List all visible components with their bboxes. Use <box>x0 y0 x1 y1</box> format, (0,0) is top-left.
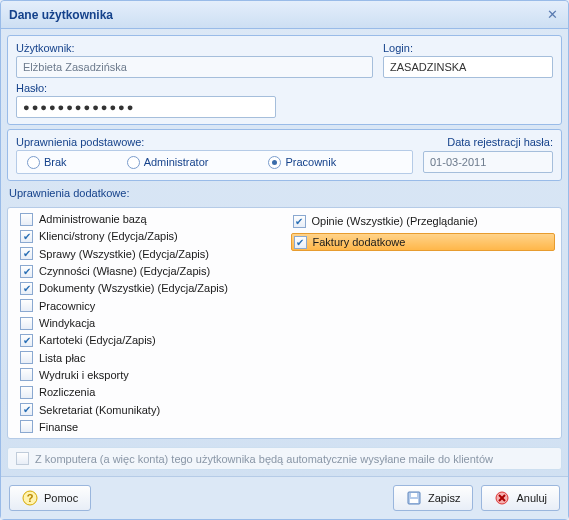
perm-checkbox[interactable] <box>293 215 306 228</box>
perm-checkbox[interactable] <box>20 420 33 433</box>
help-icon: ? <box>22 490 38 506</box>
perm-checkbox[interactable] <box>20 317 33 330</box>
perm-item[interactable]: Czynności (Własne) (Edycja/Zapis) <box>18 264 283 278</box>
user-panel: Użytkownik: Login: Hasło: <box>7 35 562 125</box>
perm-label: Wydruki i eksporty <box>39 369 129 381</box>
save-button-label: Zapisz <box>428 492 460 504</box>
user-field[interactable] <box>16 56 373 78</box>
perm-label: Sekretariat (Komunikaty) <box>39 404 160 416</box>
extra-perm-panel: Administrowanie baząKlienci/strony (Edyc… <box>7 207 562 439</box>
perm-item[interactable]: Kartoteki (Edycja/Zapis) <box>18 333 283 347</box>
login-field[interactable] <box>383 56 553 78</box>
svg-text:?: ? <box>27 492 34 504</box>
perm-label: Klienci/strony (Edycja/Zapis) <box>39 230 178 242</box>
perm-checkbox[interactable] <box>20 213 33 226</box>
perm-checkbox[interactable] <box>20 247 33 260</box>
perm-label: Administrowanie bazą <box>39 213 147 225</box>
basic-perm-panel: Uprawnienia podstawowe: Data rejestracji… <box>7 129 562 181</box>
save-icon <box>406 490 422 506</box>
perm-item[interactable]: Lista płac <box>18 351 283 365</box>
auto-mail-checkbox[interactable] <box>16 452 29 465</box>
password-label: Hasło: <box>16 82 276 94</box>
radio-admin-label: Administrator <box>144 156 209 168</box>
perm-item[interactable]: Opinie (Wszystkie) (Przeglądanie) <box>291 212 556 230</box>
perm-checkbox[interactable] <box>20 351 33 364</box>
perm-checkbox[interactable] <box>20 386 33 399</box>
help-button-label: Pomoc <box>44 492 78 504</box>
perm-checkbox[interactable] <box>20 403 33 416</box>
perm-col-right: Opinie (Wszystkie) (Przeglądanie)Faktury… <box>291 212 556 434</box>
radio-worker-label: Pracownik <box>285 156 336 168</box>
perm-item[interactable]: Dokumenty (Wszystkie) (Edycja/Zapis) <box>18 281 283 295</box>
radio-none[interactable]: Brak <box>27 156 67 169</box>
perm-label: Faktury dodatkowe <box>313 236 406 248</box>
perm-item[interactable]: Sekretariat (Komunikaty) <box>18 402 283 416</box>
perm-label: Windykacja <box>39 317 95 329</box>
radio-icon <box>27 156 40 169</box>
regdate-field[interactable] <box>423 151 553 173</box>
perm-label: Rozliczenia <box>39 386 95 398</box>
perm-label: Pracownicy <box>39 300 95 312</box>
radio-worker[interactable]: Pracownik <box>268 156 336 169</box>
perm-item[interactable]: Windykacja <box>18 316 283 330</box>
perm-label: Lista płac <box>39 352 85 364</box>
window-title: Dane użytkownika <box>9 8 544 22</box>
extra-perm-label: Uprawnienia dodatkowe: <box>9 187 562 199</box>
perm-item[interactable]: Wydruki i eksporty <box>18 368 283 382</box>
perm-item[interactable]: Rozliczenia <box>18 385 283 399</box>
perm-checkbox[interactable] <box>20 334 33 347</box>
window-body: Użytkownik: Login: Hasło: Uprawnienia po… <box>1 29 568 476</box>
perm-item[interactable]: Klienci/strony (Edycja/Zapis) <box>18 229 283 243</box>
perm-label: Czynności (Własne) (Edycja/Zapis) <box>39 265 210 277</box>
regdate-label: Data rejestracji hasła: <box>423 136 553 148</box>
perm-item[interactable]: Faktury dodatkowe <box>291 233 556 251</box>
save-button[interactable]: Zapisz <box>393 485 473 511</box>
svg-rect-3 <box>411 493 417 497</box>
auto-mail-label: Z komputera (a więc konta) tego użytkown… <box>35 453 493 465</box>
basic-perm-label: Uprawnienia podstawowe: <box>16 136 413 148</box>
perm-col-left: Administrowanie baząKlienci/strony (Edyc… <box>18 212 283 434</box>
perm-label: Dokumenty (Wszystkie) (Edycja/Zapis) <box>39 282 228 294</box>
user-data-window: Dane użytkownika ✕ Użytkownik: Login: Ha… <box>0 0 569 520</box>
svg-rect-4 <box>410 499 418 503</box>
password-field[interactable] <box>16 96 276 118</box>
perm-label: Opinie (Wszystkie) (Przeglądanie) <box>312 215 478 227</box>
auto-mail-row: Z komputera (a więc konta) tego użytkown… <box>7 447 562 470</box>
perm-checkbox[interactable] <box>20 230 33 243</box>
perm-checkbox[interactable] <box>20 368 33 381</box>
cancel-button[interactable]: Anuluj <box>481 485 560 511</box>
footer: ? Pomoc Zapisz Anuluj <box>1 476 568 519</box>
perm-label: Sprawy (Wszystkie) (Edycja/Zapis) <box>39 248 209 260</box>
perm-checkbox[interactable] <box>20 299 33 312</box>
cancel-button-label: Anuluj <box>516 492 547 504</box>
perm-checkbox[interactable] <box>20 265 33 278</box>
login-label: Login: <box>383 42 553 54</box>
radio-none-label: Brak <box>44 156 67 168</box>
perm-label: Finanse <box>39 421 78 433</box>
radio-icon <box>127 156 140 169</box>
user-label: Użytkownik: <box>16 42 373 54</box>
help-button[interactable]: ? Pomoc <box>9 485 91 511</box>
perm-item[interactable]: Administrowanie bazą <box>18 212 283 226</box>
perm-item[interactable]: Finanse <box>18 420 283 434</box>
perm-item[interactable]: Sprawy (Wszystkie) (Edycja/Zapis) <box>18 247 283 261</box>
perm-item[interactable]: Pracownicy <box>18 299 283 313</box>
cancel-icon <box>494 490 510 506</box>
radio-admin[interactable]: Administrator <box>127 156 209 169</box>
titlebar: Dane użytkownika ✕ <box>1 1 568 29</box>
perm-checkbox[interactable] <box>20 282 33 295</box>
close-icon[interactable]: ✕ <box>544 7 560 23</box>
radio-icon <box>268 156 281 169</box>
perm-checkbox[interactable] <box>294 236 307 249</box>
perm-label: Kartoteki (Edycja/Zapis) <box>39 334 156 346</box>
